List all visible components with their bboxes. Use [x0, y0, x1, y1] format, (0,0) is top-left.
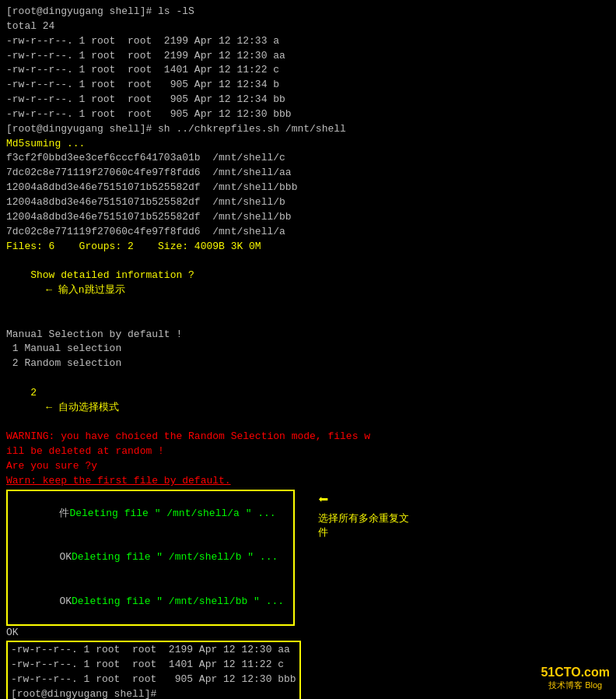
delete-line-1: 件Deleting file " /mnt/shell/a " ...	[11, 492, 290, 536]
line-10: Md5suming ...	[6, 137, 610, 152]
line-11: f3cf2f0bbd3ee3cef6cccf641703a01b /mnt/sh…	[6, 151, 610, 166]
delete-line-3: OKDeleting file " /mnt/shell/bb " ...	[11, 580, 290, 624]
watermark-top: 51CTO.com	[541, 666, 610, 680]
ls2-total: -rw-r--r--. 1 root root 2199 Apr 12 12:3…	[11, 643, 296, 658]
warning-line-2: ill be deleted at random !	[6, 444, 610, 459]
ls2-box: -rw-r--r--. 1 root root 2199 Apr 12 12:3…	[6, 641, 301, 699]
watermark-bottom: 技术博客 Blog	[541, 680, 610, 691]
line-12: 7dc02c8e771119f27060c4fe97f8fdd6 /mnt/sh…	[6, 166, 610, 181]
line-5: -rw-r--r--. 1 root root 1401 Apr 12 11:2…	[6, 63, 610, 78]
warn-keep-text: Warn: keep the first file by default.	[6, 474, 231, 489]
manual-selection-option1: 1 Manual selection	[6, 342, 610, 357]
empty-line-1	[6, 313, 610, 328]
delete-ann-text-2: 件	[318, 525, 409, 539]
ls2-aa: -rw-r--r--. 1 root root 1401 Apr 12 11:2…	[11, 658, 296, 673]
line-7: -rw-r--r--. 1 root root 905 Apr 12 12:34…	[6, 93, 610, 107]
files-groups-size: Files: 6 Groups: 2 Size: 4009B 3K 0M	[6, 240, 610, 255]
manual-selection-header: Manual Selection by default !	[6, 328, 610, 342]
delete-annotation: ⬅ 选择所有多余重复文 件	[318, 493, 409, 539]
line-4: -rw-r--r--. 1 root root 2199 Apr 12 12:3…	[6, 49, 610, 64]
warn-keep-first-line: Warn: keep the first file by default.	[6, 474, 610, 489]
warning-line-1: WARNING: you have choiced the Random Sel…	[6, 430, 610, 444]
watermark: 51CTO.com 技术博客 Blog	[541, 666, 610, 691]
line-1: [root@dingyugang shell]# ls -lS	[6, 5, 610, 19]
delete-line-2: OKDeleting file " /mnt/shell/b " ...	[11, 536, 290, 580]
line-13: 12004a8dbd3e46e75151071b525582df /mnt/sh…	[6, 181, 610, 195]
selection-number: 2	[30, 387, 37, 399]
del1-text: 件	[59, 508, 69, 519]
del2-text: OK	[59, 551, 72, 563]
arrow-annotation-1: ← 输入n跳过显示	[46, 284, 124, 296]
terminal-window: [root@dingyugang shell]# ls -lS total 24…	[0, 0, 616, 699]
show-detail-line: Show detailed information ? ← 输入n跳过显示	[6, 254, 610, 312]
ls2-bbb: [root@dingyugang shell]#	[11, 687, 296, 699]
selection-input-line: 2 ← 自动选择模式	[6, 371, 610, 430]
line-2: total 24	[6, 19, 610, 34]
del3-ok: Deleting file " /mnt/shell/bb " ...	[72, 595, 290, 607]
manual-selection-option2: 2 Random selection	[6, 357, 610, 371]
line-9: [root@dingyugang shell]# sh ../chkrepfil…	[6, 122, 610, 137]
ls2-c: -rw-r--r--. 1 root root 905 Apr 12 12:30…	[11, 673, 296, 687]
line-16: 7dc02c8e771119f27060c4fe97f8fdd6 /mnt/sh…	[6, 225, 610, 240]
are-you-sure: Are you sure ?y	[6, 459, 610, 474]
arrow-annotation-2: ← 自动选择模式	[46, 402, 119, 413]
line-6: -rw-r--r--. 1 root root 905 Apr 12 12:34…	[6, 78, 610, 93]
arrow-icon-delete: ⬅	[318, 493, 409, 510]
delete-section: 件Deleting file " /mnt/shell/a " ... OKDe…	[6, 490, 610, 627]
line-15: 12004a8dbd3e46e75151071b525582df /mnt/sh…	[6, 210, 610, 225]
show-detail-text: Show detailed information ?	[30, 269, 200, 281]
line-3: -rw-r--r--. 1 root root 2199 Apr 12 12:3…	[6, 34, 610, 49]
delete-ann-text-1: 选择所有多余重复文	[318, 511, 409, 525]
del1-ok: Deleting file " /mnt/shell/a " ...	[69, 508, 282, 519]
delete-box: 件Deleting file " /mnt/shell/a " ... OKDe…	[6, 490, 295, 627]
del3-text: OK	[59, 595, 72, 607]
ls2-prompt: OK	[6, 626, 610, 641]
del2-ok: Deleting file " /mnt/shell/b " ...	[72, 551, 284, 563]
line-8: -rw-r--r--. 1 root root 905 Apr 12 12:30…	[6, 107, 610, 122]
line-14: 12004a8dbd3e46e75151071b525582df /mnt/sh…	[6, 195, 610, 210]
